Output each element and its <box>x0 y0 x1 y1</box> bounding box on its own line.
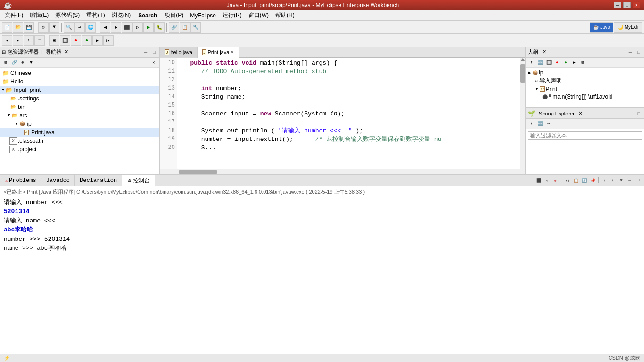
toolbar-btn-5b[interactable]: 📋 <box>180 22 190 33</box>
console-stop-btn[interactable]: ⬛ <box>535 177 542 184</box>
myeclipse-perspective-btn[interactable]: 🌙 MyEcli <box>614 22 642 33</box>
tree-item-print-java[interactable]: J Print.java <box>0 128 159 137</box>
maximize-button[interactable]: □ <box>623 2 631 8</box>
console-menu-btn[interactable]: ─ <box>626 177 634 184</box>
toolbar2-btn-2e[interactable]: ▶ <box>92 35 103 46</box>
spring-filter-input[interactable] <box>528 131 642 140</box>
toolbar-btn-3b[interactable]: ↩ <box>74 22 85 33</box>
console-btn-2[interactable]: 📋 <box>572 177 579 184</box>
tree-item-src[interactable]: ▼ 📂 src <box>0 111 159 120</box>
link-editor-btn[interactable]: 🔗 <box>10 59 18 66</box>
new-btn[interactable]: ⊕ <box>19 59 26 66</box>
console-btn-7[interactable]: ▼ <box>618 177 625 184</box>
tab-hello-java[interactable]: J hello.java <box>160 47 198 58</box>
tree-close-btn[interactable]: ✕ <box>150 59 157 66</box>
close-tab-print[interactable]: ✕ <box>231 50 234 55</box>
toolbar-debug-btn[interactable]: 🐛 <box>154 22 165 33</box>
menu-project[interactable]: 项目(P) <box>162 10 186 20</box>
toolbar2-btn-2c[interactable]: ● <box>71 35 81 46</box>
back-btn[interactable]: ◀ <box>2 35 12 46</box>
outline-item-main-method[interactable]: ⚫ ⁸ main(String[]) \uff1avoid <box>527 93 643 100</box>
code-content[interactable]: public static void main(String[] args) {… <box>177 58 520 169</box>
scrollbar-thumb-horizontal[interactable] <box>179 170 217 174</box>
tree-item-input-print[interactable]: ▼ 📂 Input_print <box>0 86 159 94</box>
collapse-all-btn[interactable]: ⊟ <box>2 59 9 66</box>
tree-item-bin[interactable]: 📂 bin <box>0 103 159 111</box>
toolbar-btn-4c[interactable]: ⬛ <box>122 22 132 33</box>
toolbar2-btn-2a[interactable]: ▣ <box>49 35 59 46</box>
console-btn-4[interactable]: 📌 <box>589 177 596 184</box>
toolbar-btn-3c[interactable]: 🌐 <box>85 22 96 33</box>
toolbar-btn-2b[interactable]: ▼ <box>49 22 59 33</box>
forward-btn[interactable]: ▶ <box>13 35 23 46</box>
scrollbar-up-arrow[interactable] <box>520 58 525 61</box>
vertical-scrollbar[interactable] <box>520 58 525 169</box>
toolbar-btn-4a[interactable]: ◀ <box>100 22 110 33</box>
menu-navigate[interactable]: 浏览(N) <box>109 10 134 20</box>
minimize-button[interactable]: ─ <box>614 2 621 8</box>
menu-refactor[interactable]: 重构(T) <box>83 10 107 20</box>
outline-item-import[interactable]: ↩ 导入声明 <box>527 76 643 85</box>
left-panel-maximize[interactable]: □ <box>151 49 157 56</box>
tree-item-project[interactable]: X .project <box>0 145 159 154</box>
toolbar-btn-5a[interactable]: 🔗 <box>169 22 179 33</box>
tab-print-java[interactable]: J Print.java ✕ <box>198 47 239 58</box>
outline-item-print-class[interactable]: ▼ C Print <box>527 85 643 93</box>
console-btn-1[interactable]: ⏯ <box>563 177 571 184</box>
tree-menu-btn[interactable]: ▼ <box>27 59 35 66</box>
console-terminate-btn[interactable]: ⊘ <box>552 177 559 184</box>
tree-item-classpath[interactable]: X .classpath <box>0 137 159 145</box>
console-content[interactable]: <已终止> Print [Java 应用程序] C:\Users\byme\My… <box>0 186 644 354</box>
spring-btn-2[interactable]: 🔤 <box>537 120 544 128</box>
tab-console[interactable]: 🖥 控制台 <box>122 175 155 186</box>
toolbar2-btn-2d[interactable]: ● <box>82 35 92 46</box>
toolbar-btn-4b[interactable]: ▶ <box>111 22 121 33</box>
console-close-btn[interactable]: ✕ <box>543 177 551 184</box>
outline-maximize[interactable]: □ <box>636 49 642 56</box>
toolbar2-btn-2b[interactable]: 🔲 <box>60 35 70 46</box>
menu-window[interactable]: 窗口(W) <box>246 10 272 20</box>
tab-javadoc[interactable]: Javadoc <box>41 175 75 186</box>
outline-minimize[interactable]: ─ <box>627 49 634 56</box>
toolbar-open-btn[interactable]: 📂 <box>13 22 23 33</box>
toolbar-btn-2a[interactable]: ⚙ <box>38 22 49 33</box>
spring-minimize[interactable]: ─ <box>627 110 634 117</box>
close-button[interactable]: ✕ <box>633 2 640 8</box>
toolbar-save-btn[interactable]: 💾 <box>24 22 34 33</box>
outline-item-ip[interactable]: ▶ 📦 ip <box>527 69 643 76</box>
toolbar-btn-4d[interactable]: ▷ <box>132 22 143 33</box>
toolbar-btn-3a[interactable]: 🔍 <box>64 22 74 33</box>
console-btn-6[interactable]: ⬇ <box>609 177 617 184</box>
tab-problems[interactable]: ⚠ Problems <box>0 175 41 186</box>
outline-btn-1[interactable]: ⬆ <box>528 59 536 66</box>
java-perspective-btn[interactable]: ☕ Java <box>590 22 613 33</box>
outline-btn-6[interactable]: ▶ <box>570 59 578 66</box>
outline-btn-5[interactable]: ● <box>562 59 570 66</box>
outline-collapse[interactable]: ⊟ <box>579 59 586 66</box>
horizontal-scrollbar[interactable] <box>160 169 525 174</box>
tree-item-hello[interactable]: 📁 Hello <box>0 77 159 86</box>
toolbar2-btn-2f[interactable]: ⏭ <box>103 35 114 46</box>
code-editor-area[interactable]: 10 11 12 13 14 15 16 17 18 19 20 <box>160 58 525 174</box>
outline-btn-2[interactable]: 🔤 <box>537 59 544 66</box>
tree-item-ip[interactable]: ▼ 📦 ip <box>0 120 159 128</box>
tab-declaration[interactable]: Declaration <box>75 175 122 186</box>
left-panel-minimize[interactable]: ─ <box>142 49 149 56</box>
up-btn[interactable]: ↑ <box>24 35 34 46</box>
toolbar-btn-5c[interactable]: 🔧 <box>190 22 201 33</box>
console-minimize-btn[interactable]: □ <box>635 177 642 184</box>
tree-item-settings[interactable]: 📂 .settings <box>0 94 159 103</box>
hierarchy-btn[interactable]: ≡ <box>34 35 45 46</box>
spring-maximize[interactable]: □ <box>636 110 642 117</box>
menu-search[interactable]: Search <box>134 11 161 20</box>
spring-btn-1[interactable]: ⬆ <box>528 120 536 128</box>
console-btn-3[interactable]: 🔃 <box>580 177 588 184</box>
menu-edit[interactable]: 编辑(E) <box>27 10 51 20</box>
menu-myeclipse[interactable]: MyEclipse <box>187 11 219 20</box>
console-btn-5[interactable]: ⬆ <box>601 177 608 184</box>
toolbar-run-btn[interactable]: ▶ <box>143 22 154 33</box>
menu-run[interactable]: 运行(R) <box>220 10 245 20</box>
scrollbar-thumb-vertical[interactable] <box>520 64 525 83</box>
tree-item-chinese[interactable]: 📁 Chinese <box>0 69 159 77</box>
spring-btn-3[interactable]: ↔ <box>545 120 553 128</box>
